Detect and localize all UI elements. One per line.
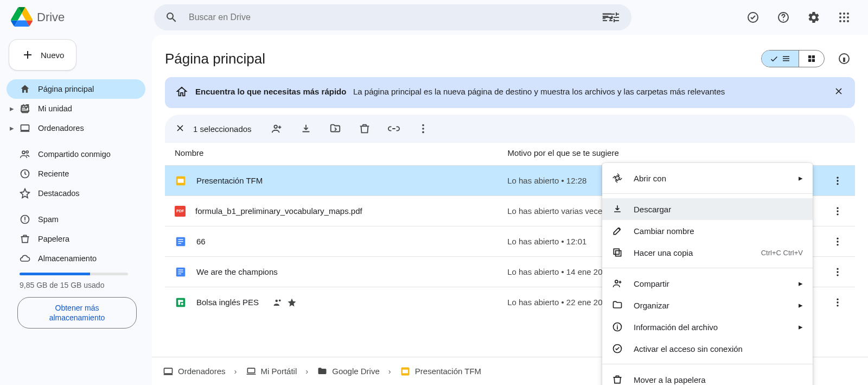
menu-offline[interactable]: Activar el acceso sin conexión [602, 338, 813, 359]
menu-file-info[interactable]: Información del archivo ▸ [602, 316, 813, 338]
search-bar[interactable] [154, 4, 631, 30]
row-more-icon[interactable] [825, 206, 851, 217]
crumb-folder[interactable]: Google Drive [317, 366, 380, 377]
search-input[interactable] [189, 12, 590, 22]
file-name-label: Presentación TFM [196, 176, 263, 185]
spam-icon [20, 214, 30, 225]
column-name: Nombre [175, 148, 508, 157]
svg-point-37 [837, 210, 838, 212]
menu-open-with[interactable]: Abrir con ▸ [602, 167, 813, 189]
grid-view-button[interactable] [799, 51, 824, 67]
main-header: Página principal [165, 48, 855, 70]
svg-point-43 [837, 237, 838, 239]
sidebar-item-label: Reciente [38, 169, 69, 178]
settings-icon[interactable] [803, 7, 825, 28]
delete-icon[interactable] [354, 118, 375, 140]
svg-point-33 [837, 176, 838, 178]
file-name-label: formula_b1_preliminary_vocabulary_maps.p… [195, 206, 362, 216]
apps-icon[interactable] [833, 7, 855, 28]
get-more-storage-button[interactable]: Obtener más almacenamiento [17, 297, 137, 329]
crumb-label: Presentación TFM [415, 367, 481, 376]
header-icons [742, 7, 859, 28]
svg-point-59 [837, 298, 838, 300]
menu-label: Activar el acceso sin conexión [634, 344, 743, 354]
svg-point-14 [843, 20, 845, 22]
menu-label: Descargar [634, 205, 671, 214]
pdf-icon: PDF [175, 206, 186, 217]
cloud-icon [20, 253, 30, 264]
header: Drive [0, 0, 868, 35]
crumb-file[interactable]: Presentación TFM [400, 366, 481, 377]
ready-offline-icon[interactable] [742, 7, 764, 28]
file-badges [273, 298, 297, 307]
row-more-icon[interactable] [825, 236, 851, 247]
row-more-icon[interactable] [825, 267, 851, 277]
storage-bar [20, 273, 128, 275]
expand-caret-icon[interactable]: ▸ [10, 124, 14, 132]
crumb-computers[interactable]: Ordenadores [163, 366, 226, 377]
svg-rect-24 [808, 59, 811, 62]
crumb-label: Ordenadores [178, 367, 226, 376]
column-reason: Motivo por el que se te sugiere [508, 148, 825, 157]
help-icon[interactable] [773, 7, 794, 28]
search-icon[interactable] [161, 7, 182, 28]
download-icon [612, 204, 624, 214]
sidebar-item-recent[interactable]: Reciente [7, 164, 145, 184]
menu-label: Cambiar nombre [634, 226, 694, 236]
sidebar-item-my-drive[interactable]: ▸ Mi unidad [7, 99, 145, 118]
move-folder-icon[interactable] [324, 118, 346, 140]
sidebar-item-trash[interactable]: Papelera [7, 229, 145, 249]
file-name-label: We are the champions [196, 267, 278, 276]
svg-point-57 [276, 299, 278, 302]
file-name-label: Bolsa inglés PES [196, 298, 259, 307]
menu-copy[interactable]: Hacer una copia Ctrl+C Ctrl+V [602, 242, 813, 263]
svg-point-52 [837, 274, 838, 276]
view-controls [761, 48, 855, 70]
menu-trash[interactable]: Mover a la papelera [602, 369, 813, 385]
selection-bar: 1 seleccionados [165, 115, 855, 143]
svg-point-9 [847, 12, 849, 15]
expand-caret-icon[interactable]: ▸ [10, 104, 14, 113]
sidebar-item-storage[interactable]: Almacenamiento [7, 249, 145, 268]
banner-close-icon[interactable] [833, 86, 844, 98]
svg-point-15 [847, 20, 849, 22]
docs-icon [175, 266, 187, 278]
menu-label: Abrir con [634, 174, 666, 183]
svg-rect-17 [21, 125, 29, 130]
row-more-icon[interactable] [825, 175, 851, 186]
link-icon[interactable] [383, 118, 405, 140]
sidebar-item-label: Ordenadores [38, 124, 84, 132]
svg-rect-55 [178, 300, 183, 302]
svg-point-18 [22, 151, 25, 154]
row-more-icon[interactable] [825, 297, 851, 308]
sidebar-item-label: Mi unidad [38, 104, 72, 113]
sidebar-item-spam[interactable]: Spam [7, 210, 145, 229]
svg-rect-32 [178, 179, 184, 182]
menu-organize[interactable]: Organizar ▸ [602, 294, 813, 316]
more-icon[interactable] [412, 118, 434, 140]
new-button[interactable]: Nuevo [9, 39, 76, 71]
menu-share[interactable]: Compartir ▸ [602, 273, 813, 294]
share-user-icon[interactable] [266, 118, 288, 140]
drive-icon [20, 103, 30, 114]
sidebar-item-home[interactable]: Página principal [7, 79, 145, 99]
submenu-arrow-icon: ▸ [799, 322, 803, 332]
menu-rename[interactable]: Cambiar nombre [602, 220, 813, 242]
svg-point-36 [837, 207, 838, 209]
crumb-laptop[interactable]: Mi Portátil [246, 366, 297, 377]
submenu-arrow-icon: ▸ [799, 173, 803, 183]
list-view-button[interactable] [762, 51, 799, 67]
sidebar-item-starred[interactable]: Destacados [7, 184, 145, 203]
sidebar-item-shared[interactable]: Compartido conmigo [7, 144, 145, 164]
main-content: Página principal [152, 35, 868, 385]
plus-icon [21, 48, 34, 61]
sidebar-item-computers[interactable]: ▸ Ordenadores [7, 118, 145, 138]
svg-point-61 [837, 305, 838, 306]
sidebar-item-label: Papelera [38, 235, 69, 243]
download-icon[interactable] [295, 118, 317, 140]
info-icon[interactable] [833, 48, 855, 70]
menu-label: Organizar [634, 301, 669, 310]
menu-download[interactable]: Descargar [602, 198, 813, 220]
clear-selection-icon[interactable] [175, 123, 186, 135]
list-icon [781, 54, 791, 64]
